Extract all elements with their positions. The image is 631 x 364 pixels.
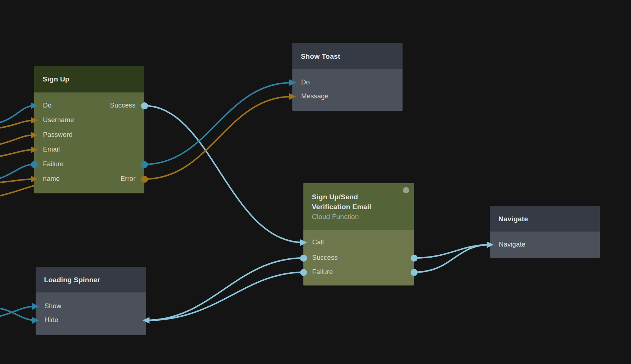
port-label: Email — [43, 146, 60, 153]
node-title: Show Toast — [301, 51, 379, 61]
port-label: Error — [120, 175, 136, 183]
port-username-connector[interactable] — [31, 117, 38, 124]
wire-cf-failure-to-navigate[interactable] — [414, 245, 490, 272]
wire-offscreen-to-email[interactable] — [0, 150, 34, 157]
port-label: Hide — [44, 316, 58, 324]
status-dot-icon — [403, 187, 409, 193]
port-label: Failure — [43, 160, 64, 168]
port-name-connector[interactable] — [31, 176, 38, 182]
node-title: Navigate — [498, 214, 577, 224]
port-message-connector[interactable] — [289, 93, 296, 100]
port-navigate-connector[interactable] — [487, 241, 494, 248]
node-title: Sign Up/Send Verification Email — [312, 192, 390, 212]
port-label: Username — [43, 116, 74, 124]
port-label: Success — [110, 102, 136, 109]
wire-error-to-toast-message[interactable] — [144, 97, 292, 179]
node-canvas[interactable]: Sign UpDoUsernamePasswordEmailFailurenam… — [0, 0, 631, 364]
port-label: Do — [43, 102, 51, 109]
port-success-connector[interactable] — [141, 102, 148, 109]
node-header[interactable]: Loading Spinner — [36, 267, 146, 292]
port-right-connector[interactable] — [141, 161, 148, 168]
port-label: Navigate — [499, 241, 526, 248]
wire-offscreen-to-password[interactable] — [0, 135, 34, 145]
wire-offscreen-to-username[interactable] — [0, 120, 34, 128]
node-title: Loading Spinner — [44, 275, 123, 285]
port-call-connector[interactable] — [300, 239, 307, 246]
port-failure-connector[interactable] — [300, 269, 307, 276]
port-success-connector[interactable] — [300, 255, 307, 262]
node-loading-spinner[interactable]: Loading SpinnerShowHide — [36, 267, 146, 335]
wire-cf-failure-to-hide[interactable] — [146, 272, 303, 320]
port-label: Message — [301, 92, 328, 100]
wire-failure-to-toast-do[interactable] — [144, 83, 292, 164]
port-email-connector[interactable] — [31, 146, 38, 153]
node-header[interactable]: Navigate — [490, 206, 600, 232]
port-failure-connector[interactable] — [31, 161, 38, 168]
port-hide-connector[interactable] — [32, 317, 39, 324]
node-header[interactable]: Show Toast — [292, 43, 403, 69]
port-label: Success — [312, 254, 338, 262]
port-label: Do — [301, 79, 310, 86]
port-label: Failure — [312, 268, 333, 276]
port-error-connector[interactable] — [141, 176, 148, 183]
port-label: Call — [312, 239, 324, 246]
wire-offscreen-to-failure[interactable] — [0, 164, 34, 179]
node-sign-up[interactable]: Sign UpDoUsernamePasswordEmailFailurenam… — [34, 66, 144, 193]
port-password-connector[interactable] — [31, 132, 38, 138]
port-do-connector[interactable] — [289, 79, 296, 86]
wire-offscreen-to-name[interactable] — [0, 179, 34, 183]
node-header[interactable]: Sign Up — [34, 66, 144, 92]
node-sign-up-send-verification-email[interactable]: Sign Up/Send Verification EmailCloud Fun… — [303, 183, 414, 285]
port-label: Password — [43, 131, 73, 139]
port-label: Show — [44, 302, 61, 310]
port-do-connector[interactable] — [31, 102, 38, 109]
port-right-connector[interactable] — [143, 317, 149, 324]
port-right-connector[interactable] — [411, 255, 418, 262]
port-show-connector[interactable] — [32, 303, 39, 310]
node-show-toast[interactable]: Show ToastDoMessage — [292, 43, 403, 111]
node-title: Sign Up — [43, 74, 121, 84]
port-label: name — [43, 175, 60, 183]
node-header[interactable]: Sign Up/Send Verification EmailCloud Fun… — [303, 183, 414, 230]
wire-cf-success-to-navigate[interactable] — [414, 245, 490, 258]
port-right-connector[interactable] — [411, 269, 418, 276]
node-navigate[interactable]: NavigateNavigate — [490, 206, 600, 258]
wire-success-to-call[interactable] — [144, 106, 303, 243]
node-subtitle: Cloud Function — [312, 212, 405, 222]
wire-cf-success-to-hide[interactable] — [146, 258, 303, 320]
